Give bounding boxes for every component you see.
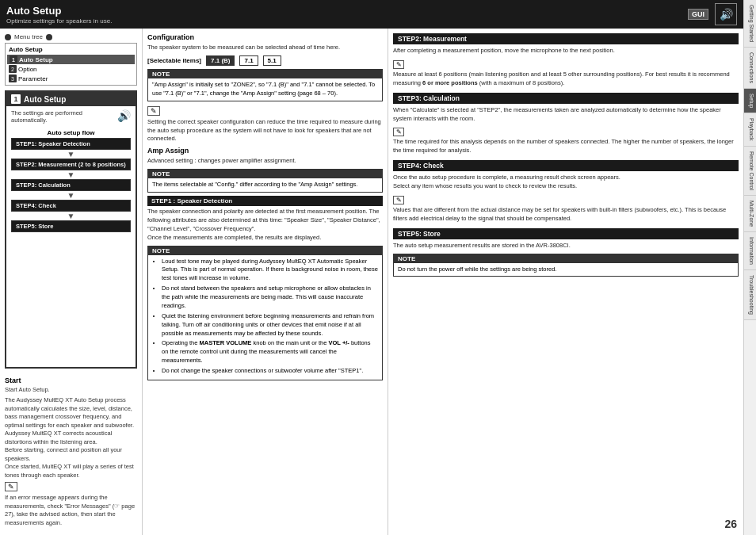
note-bullets: Loud test tone may be played during Audy… (152, 258, 378, 376)
step3-body2: The time required for this analysis depe… (393, 138, 739, 155)
menu-tree-label: Menu tree (14, 33, 43, 40)
menu-item-1[interactable]: 1 Auto Setup (7, 55, 135, 64)
header-text: Auto Setup Optimize settings for speaker… (6, 5, 112, 25)
start-section: Start Start Auto Setup. The Audyssey Mul… (5, 373, 137, 531)
auto-setup-num: 1 (11, 94, 21, 104)
sel-item-1[interactable]: 7.1 (B) (206, 55, 235, 66)
selectable-label: [Selectable items] (147, 57, 201, 64)
step1-body: The speaker connection and polarity are … (147, 208, 383, 243)
step5-block: STEP5: Store The auto setup measurement … (393, 228, 739, 277)
auto-setup-title-bar: 1 Auto Setup (6, 92, 136, 106)
right-panel: STEP2: Measurement After completing a me… (388, 29, 743, 535)
sel-item-2[interactable]: 7.1 (239, 55, 258, 66)
sel-item-3[interactable]: 5.1 (263, 55, 281, 66)
three-col-layout: Menu tree Auto Setup 1 Auto Setup 2 Opti… (0, 29, 743, 535)
note-box-5: NOTE Do not turn the power off while the… (393, 254, 739, 277)
step4-box: STEP4: Check (11, 200, 131, 212)
amp-assign-heading: Amp Assign (147, 147, 383, 155)
bullet-5: Do not change the speaker connections or… (162, 367, 378, 376)
step1-box: STEP1: Speaker Detection (11, 138, 131, 150)
note-box-3-body: Loud test tone may be played during Audy… (148, 255, 382, 380)
menu-item-label-3: Parameter (18, 75, 48, 82)
arrow-3: ▼ (11, 192, 131, 200)
page-subtitle: Optimize settings for speakers in use. (6, 17, 112, 25)
pencil-icon-1: ✎ (147, 106, 160, 116)
note-box-1: NOTE "Amp Assign" is initially set to "Z… (147, 69, 383, 101)
note-box-5-body: Do not turn the power off while the sett… (394, 263, 738, 277)
page-number: 26 (724, 518, 737, 530)
step4-body2: Values that are different from the actua… (393, 206, 739, 224)
start-subtitle: Start Auto Setup. (5, 386, 137, 395)
menu-item-label-2: Option (18, 66, 37, 73)
auto-setup-section: 1 Auto Setup The settings are performed … (5, 90, 137, 369)
note-box-2-body: The items selectable at "Config." differ… (148, 178, 382, 192)
auto-setup-body: The settings are performed automatically… (6, 106, 136, 236)
menu-item-label-1: Auto Setup (19, 56, 53, 63)
tab-setup[interactable]: Setup (744, 89, 756, 113)
note-box-2: NOTE The items selectable at "Config." d… (147, 169, 383, 193)
step4-body: Once the auto setup procedure is complet… (393, 174, 739, 191)
note-box-3: NOTE Loud test tone may be played during… (147, 246, 383, 380)
arrow-4: ▼ (11, 212, 131, 220)
middle-panel: Configuration The speaker system to be m… (143, 29, 388, 535)
menu-tree-box: Auto Setup 1 Auto Setup 2 Option 3 Param… (5, 43, 137, 86)
dot-right (46, 34, 52, 40)
menu-tree-title: Auto Setup (7, 45, 135, 54)
menu-item-2[interactable]: 2 Option (7, 64, 135, 74)
tab-getting-started[interactable]: Getting Started (744, 0, 756, 48)
tab-remote-control[interactable]: Remote Control (744, 147, 756, 196)
auto-setup-title: Auto Setup (24, 95, 66, 104)
config-heading: Configuration (147, 33, 383, 41)
step5-body: The auto setup measurement results are s… (393, 242, 739, 250)
step3-body: When "Calculate" is selected at "STEP2",… (393, 106, 739, 124)
step2-body2: Measure at least 6 positions (main liste… (393, 71, 739, 88)
dot-left (5, 34, 11, 40)
bullet-2: Do not stand between the speakers and se… (162, 285, 378, 311)
step5-title: STEP5: Store (393, 228, 739, 239)
step4-title: STEP4: Check (393, 160, 739, 171)
menu-item-3[interactable]: 3 Parameter (7, 74, 135, 83)
menu-item-num-1: 1 (10, 55, 17, 63)
note-box-1-body: "Amp Assign" is initially set to "ZONE2"… (148, 78, 382, 101)
bullet-4: Operating the MASTER VOLUME knob on the … (162, 339, 378, 365)
sidebar-tabs: Getting Started Connections Setup Playba… (743, 0, 756, 535)
tab-multi-zone[interactable]: Multi-Zone (744, 196, 756, 232)
config-note2: Setting the correct speaker configuratio… (147, 118, 383, 144)
speaker-icon: 🔊 (715, 3, 737, 25)
page-title: Auto Setup (6, 5, 112, 17)
config-body: The speaker system to be measured can be… (147, 44, 383, 52)
step4-block: STEP4: Check Once the auto setup procedu… (393, 160, 739, 224)
tab-information[interactable]: Information (744, 232, 756, 270)
speaker-icon-small: 🔊 (117, 109, 131, 122)
note-box-1-title: NOTE (148, 70, 382, 78)
step2-block: STEP2: Measurement After completing a me… (393, 33, 739, 88)
note-box-2-title: NOTE (148, 170, 382, 178)
auto-setup-subtitle: The settings are performed automatically… (11, 109, 114, 124)
step5-box: STEP5: Store (11, 220, 131, 232)
start-body: The Audyssey MultEQ XT Auto Setup proces… (5, 396, 137, 480)
tab-troubleshooting[interactable]: Troubleshooting (744, 270, 756, 320)
note-box-3-title: NOTE (148, 246, 382, 255)
step1-header: STEP1 : Speaker Detection (147, 196, 383, 206)
tab-playback[interactable]: Playback (744, 113, 756, 146)
gui-badge: GUI (688, 9, 708, 20)
main-content: Auto Setup Optimize settings for speaker… (0, 0, 743, 535)
arrow-2: ▼ (11, 171, 131, 179)
step3-box: STEP3: Calculation (11, 179, 131, 191)
bullet-1: Loud test tone may be played during Audy… (162, 258, 378, 284)
pencil-icon-2: ✎ (393, 60, 404, 69)
amp-assign-body: Advanced setting : changes power amplifi… (147, 157, 383, 166)
selectable-row: [Selectable items] 7.1 (B) 7.1 5.1 (147, 55, 383, 66)
step2-title: STEP2: Measurement (393, 33, 739, 44)
arrow-1: ▼ (11, 151, 131, 159)
step3-title: STEP3: Calculation (393, 93, 739, 104)
note-box-5-title: NOTE (394, 254, 738, 263)
tab-connections[interactable]: Connections (744, 48, 756, 89)
header-bar: Auto Setup Optimize settings for speaker… (0, 0, 743, 29)
pencil-icon-3: ✎ (393, 128, 404, 136)
menu-item-num-3: 3 (9, 75, 17, 82)
note-pencil-icon: ✎ (5, 482, 17, 491)
step2-body: After completing a measurement position,… (393, 47, 739, 55)
menu-tree-header: Menu tree (5, 33, 137, 40)
step2-box: STEP2: Measurement (2 to 8 positions) (11, 159, 131, 170)
